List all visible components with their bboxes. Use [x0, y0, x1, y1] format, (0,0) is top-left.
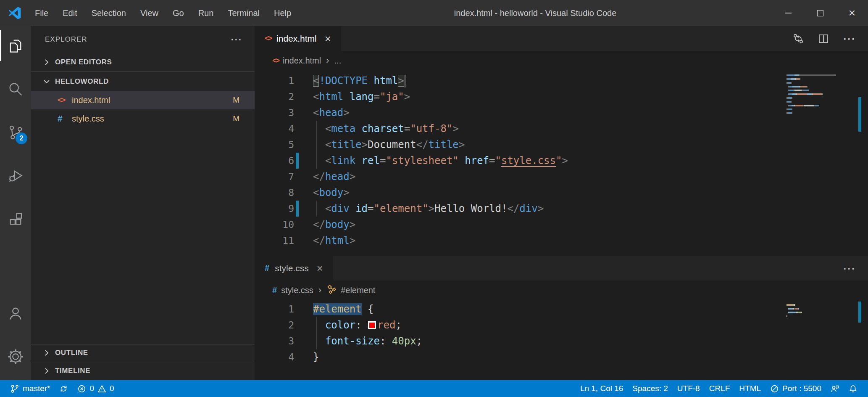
indentation-status[interactable]: Spaces: 2	[628, 380, 673, 397]
code-line[interactable]: 8<body>	[255, 185, 868, 201]
menu-terminal[interactable]: Terminal	[221, 5, 267, 21]
code-line[interactable]: 11</html>	[255, 233, 868, 249]
html-file-icon: <>	[265, 34, 271, 43]
menu-selection[interactable]: Selection	[84, 5, 133, 21]
code-editor-index-html[interactable]: 1<!DOCTYPE html>2<html lang="ja">3<head>…	[255, 70, 868, 256]
encoding-status[interactable]: UTF-8	[673, 380, 705, 397]
chevron-right-icon	[43, 368, 50, 374]
folder-section[interactable]: HELLOWORLD	[31, 71, 255, 91]
sync-changes-button[interactable]	[55, 380, 73, 397]
open-editors-section[interactable]: OPEN EDITORS	[31, 53, 255, 71]
code-line[interactable]: 4 <meta charset="utf-8">	[255, 121, 868, 137]
source-control-activity-button[interactable]: 2	[0, 117, 31, 148]
problems-status[interactable]: 0 0	[73, 380, 118, 397]
code-line[interactable]: 7</head>	[255, 169, 868, 185]
file-name: style.css	[72, 114, 104, 124]
menu-go[interactable]: Go	[166, 5, 191, 21]
overview-ruler-modified-marker	[858, 97, 861, 132]
live-server-port-status[interactable]: Port : 5500	[765, 380, 826, 397]
tab-style-css[interactable]: # style.css ×	[255, 256, 333, 281]
code-line[interactable]: 2 color: red;	[255, 317, 868, 333]
sync-icon	[59, 384, 68, 393]
code-line[interactable]: 3 font-size: 40px;	[255, 333, 868, 349]
git-branch-status[interactable]: master*	[6, 380, 55, 397]
eol-status[interactable]: CRLF	[705, 380, 735, 397]
menu-file[interactable]: File	[28, 5, 55, 21]
extensions-activity-button[interactable]	[0, 204, 31, 234]
minimap[interactable]	[786, 74, 836, 116]
cursor-position-status[interactable]: Ln 1, Col 16	[576, 380, 628, 397]
explorer-sidebar: EXPLORER ⋯ OPEN EDITORS HELLOWORLD <> in…	[31, 26, 255, 380]
editor-group-top: <> index.html × ⋯	[255, 26, 868, 256]
folder-label: HELLOWORLD	[55, 77, 109, 86]
breadcrumbs-bottom: # style.css › #element	[255, 281, 868, 300]
close-tab-icon[interactable]: ×	[317, 263, 323, 274]
code-line[interactable]: 1#element {	[255, 301, 868, 317]
git-modified-badge: M	[233, 114, 239, 123]
minimap[interactable]	[786, 304, 836, 319]
menu-view[interactable]: View	[133, 5, 166, 21]
code-line[interactable]: 2<html lang="ja">	[255, 89, 868, 105]
search-icon	[8, 81, 24, 97]
breadcrumb-file[interactable]: index.html	[283, 56, 321, 66]
code-editor-style-css[interactable]: 1#element {2 color: red;3 font-size: 40p…	[255, 300, 868, 380]
tab-bar-bottom: # style.css × ⋯	[255, 256, 868, 281]
code-line[interactable]: 10</body>	[255, 217, 868, 233]
git-branch-icon	[11, 384, 19, 393]
accounts-button[interactable]	[0, 298, 31, 328]
language-mode-status[interactable]: HTML	[734, 380, 765, 397]
editor-group-bottom: # style.css × ⋯ # style.css ›	[255, 256, 868, 380]
line-number: 9	[255, 203, 294, 214]
tab-index-html[interactable]: <> index.html ×	[255, 26, 341, 51]
maximize-button[interactable]	[804, 0, 836, 26]
breadcrumb-symbol[interactable]: ...	[334, 56, 342, 66]
window-title: index.html - helloworld - Visual Studio …	[298, 8, 772, 18]
editor-area: <> index.html × ⋯	[255, 26, 868, 380]
minimize-button[interactable]	[772, 0, 804, 26]
gutter	[294, 185, 313, 201]
open-changes-icon[interactable]	[792, 33, 804, 45]
menu-edit[interactable]: Edit	[55, 5, 84, 21]
settings-button[interactable]	[0, 341, 31, 372]
gutter	[294, 73, 313, 89]
css-file-icon: #	[272, 286, 277, 295]
code-line[interactable]: 1<!DOCTYPE html>	[255, 73, 868, 89]
more-actions-icon[interactable]: ⋯	[843, 261, 855, 275]
more-actions-icon[interactable]: ⋯	[843, 31, 855, 46]
close-tab-icon[interactable]: ×	[325, 33, 331, 44]
code-line[interactable]: 4}	[255, 349, 868, 365]
error-icon	[77, 384, 86, 393]
breadcrumb-file[interactable]: style.css	[281, 286, 313, 295]
file-item-style-css[interactable]: # style.css M	[31, 109, 255, 128]
close-window-button[interactable]: ×	[836, 0, 868, 26]
html-file-icon: <>	[58, 95, 72, 105]
code-line[interactable]: 3<head>	[255, 105, 868, 121]
code-line[interactable]: 9 <div id="element">Hello World!</div>	[255, 201, 868, 217]
code-line[interactable]: 5 <title>Document</title>	[255, 137, 868, 153]
file-name: index.html	[72, 95, 110, 105]
search-activity-button[interactable]	[0, 74, 31, 104]
timeline-label: TIMELINE	[55, 367, 90, 375]
outline-section[interactable]: OUTLINE	[31, 344, 255, 361]
timeline-section[interactable]: TIMELINE	[31, 361, 255, 380]
chevron-right-icon: ›	[318, 285, 322, 296]
notifications-button[interactable]	[844, 380, 862, 397]
chevron-right-icon: ›	[325, 55, 330, 66]
code-line[interactable]: 6 <link rel="stylesheet" href="style.css…	[255, 153, 868, 169]
split-editor-icon[interactable]	[818, 33, 829, 45]
color-swatch-red[interactable]	[368, 321, 376, 329]
line-number: 4	[255, 352, 294, 363]
css-file-icon: #	[58, 114, 72, 124]
menu-run[interactable]: Run	[191, 5, 221, 21]
outline-label: OUTLINE	[55, 349, 88, 357]
tab-bar-top: <> index.html × ⋯	[255, 26, 868, 51]
explorer-activity-button[interactable]	[0, 30, 31, 61]
minimize-icon	[785, 13, 792, 13]
line-number: 7	[255, 171, 294, 182]
feedback-button[interactable]	[826, 380, 844, 397]
open-editors-label: OPEN EDITORS	[55, 58, 112, 66]
file-item-index-html[interactable]: <> index.html M	[31, 91, 255, 109]
breadcrumb-symbol[interactable]: #element	[341, 286, 375, 295]
menu-help[interactable]: Help	[267, 5, 298, 21]
run-debug-activity-button[interactable]	[0, 160, 31, 191]
